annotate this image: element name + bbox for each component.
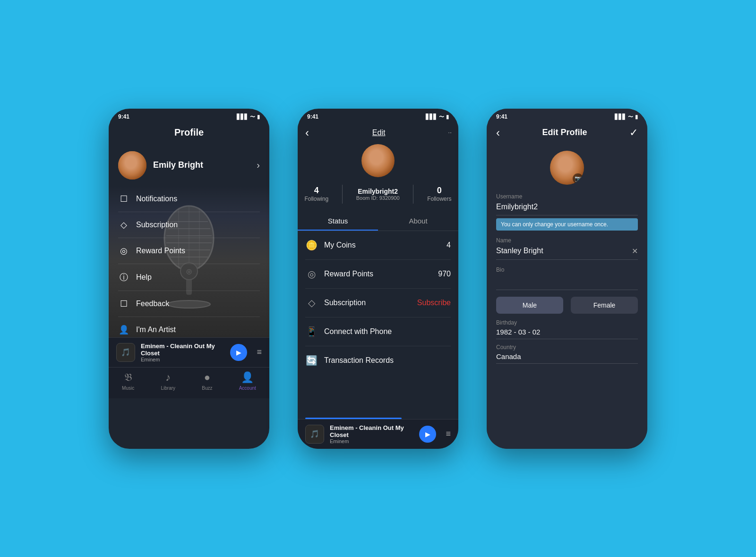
birthday-label: Birthday (496, 319, 638, 326)
coins-label: My Coins (324, 241, 440, 249)
gender-female[interactable]: Female (571, 297, 638, 314)
menu-item-artist[interactable]: 👤 I'm An Artist (118, 317, 260, 337)
transactions-icon: 🔄 (305, 355, 318, 366)
birthday-value[interactable]: 1982 - 03 - 02 (496, 328, 638, 339)
user-row[interactable]: Emily Bright › (109, 145, 269, 186)
gender-row: Male Female (496, 297, 638, 314)
menu-item-feedback[interactable]: ☐ Feedback (118, 291, 260, 317)
help-icon: ⓘ (118, 272, 129, 283)
menu-item-help[interactable]: ⓘ Help (118, 264, 260, 291)
list-item-phone[interactable]: 📱 Connect with Phone (305, 317, 451, 346)
p2-tabs: Status About (298, 212, 458, 231)
name-field: Name Stanley Bright ✕ (496, 237, 638, 260)
reward-value: 970 (438, 270, 451, 278)
reward-label: Reward Points (136, 247, 185, 255)
player-info-2: Eminem - Cleanin Out My Closet Eminem (330, 424, 413, 444)
list-item-coins[interactable]: 🪙 My Coins 4 (305, 231, 451, 260)
p3-body: 📷 Username Emilybright2 You can only cha… (487, 144, 647, 449)
bottom-nav-1: 𝔅 Music ♪ Library ● Buzz 👤 Account (109, 367, 269, 398)
tab-status[interactable]: Status (298, 212, 378, 231)
more-options-icon[interactable]: ⋮ (448, 131, 451, 134)
reward-icon-2: ◎ (305, 268, 318, 280)
status-icons-2: ▋▋▋ 〜 ▮ (426, 113, 449, 120)
notifications-label: Notifications (136, 195, 177, 203)
phone-icon: 📱 (305, 326, 318, 337)
battery-icon-2: ▮ (446, 114, 449, 120)
gender-male[interactable]: Male (496, 297, 563, 314)
play-button-2[interactable]: ▶ (419, 426, 436, 443)
queue-icon-2[interactable]: ≡ (446, 429, 451, 439)
library-label: Library (161, 386, 175, 391)
followers-label: Followers (427, 196, 451, 202)
signal-icon-3: ▋▋▋ (615, 114, 626, 120)
avatar-3[interactable]: 📷 (550, 151, 584, 185)
nav-music[interactable]: 𝔅 Music (122, 371, 134, 391)
time-2: 9:41 (307, 113, 318, 120)
player-artist-1: Eminem (141, 357, 224, 362)
mic-background: ◎ ☐ Notifications ◇ Subscription ◎ Rewar… (109, 186, 269, 337)
account-label: Account (239, 386, 256, 391)
player-title-1: Eminem - Cleanin Out My Closet (141, 343, 224, 357)
player-info-1: Eminem - Cleanin Out My Closet Eminem (141, 343, 224, 362)
battery-icon: ▮ (257, 114, 260, 120)
list-item-transactions[interactable]: 🔄 Transaction Records (305, 346, 451, 375)
chevron-right-icon: › (257, 160, 260, 171)
save-check-button[interactable]: ✓ (629, 127, 638, 139)
bio-value[interactable] (496, 276, 638, 290)
menu-item-subscription[interactable]: ◇ Subscription (118, 212, 260, 238)
wifi-icon: 〜 (250, 113, 255, 120)
nav-buzz[interactable]: ● Buzz (202, 371, 212, 391)
username-field-value[interactable]: Emilybright2 (496, 203, 638, 215)
following-label: Following (304, 196, 328, 202)
list-item-reward[interactable]: ◎ Reward Points 970 (305, 260, 451, 289)
music-label: Music (122, 386, 134, 391)
phone-1: 9:41 ▋▋▋ 〜 ▮ Profile Emily Bright › (109, 109, 269, 449)
library-icon: ♪ (165, 371, 171, 384)
album-art-1: 🎵 (116, 343, 135, 362)
subscription-label-2: Subscription (324, 299, 411, 307)
signal-icon: ▋▋▋ (237, 114, 248, 120)
boom-id-section: Emilybright2 Boom ID: 9320900 (356, 188, 400, 201)
battery-icon-3: ▮ (635, 114, 638, 120)
edit-button[interactable]: Edit (372, 129, 386, 137)
followers-stat: 0 Followers (427, 186, 451, 202)
player-bar-2: 🎵 Eminem - Cleanin Out My Closet Eminem … (298, 419, 458, 449)
nav-account[interactable]: 👤 Account (239, 371, 256, 391)
followers-count: 0 (427, 186, 451, 196)
username-1: Emily Bright (153, 160, 250, 170)
wifi-icon-2: 〜 (439, 113, 444, 120)
player-title-2: Eminem - Cleanin Out My Closet (330, 424, 413, 438)
play-button-1[interactable]: ▶ (230, 344, 247, 361)
signal-icon-2: ▋▋▋ (426, 114, 437, 120)
username-field-label: Username (496, 193, 638, 200)
boom-id: Boom ID: 9320900 (356, 195, 400, 201)
status-icons-1: ▋▋▋ 〜 ▮ (237, 113, 260, 120)
back-button-2[interactable]: ‹ (305, 126, 309, 139)
tab-about[interactable]: About (378, 212, 458, 231)
back-button-3[interactable]: ‹ (496, 126, 500, 139)
p2-profile-section: 4 Following Emilybright2 Boom ID: 932090… (298, 144, 458, 212)
player-artist-2: Eminem (330, 438, 413, 444)
following-count: 4 (304, 186, 328, 196)
menu-item-reward-points[interactable]: ◎ Reward Points (118, 238, 260, 264)
subscribe-button[interactable]: Subscribe (417, 299, 451, 307)
notifications-icon: ☐ (118, 194, 129, 204)
nav-library[interactable]: ♪ Library (161, 371, 175, 391)
p2-stats: 4 Following Emilybright2 Boom ID: 932090… (298, 181, 458, 207)
list-item-subscription[interactable]: ◇ Subscription Subscribe (305, 289, 451, 317)
menu-item-notifications[interactable]: ☐ Notifications (118, 186, 260, 212)
boom-username: Emilybright2 (356, 188, 400, 195)
queue-icon-1[interactable]: ≡ (257, 347, 262, 357)
username-field: Username Emilybright2 You can only chang… (496, 193, 638, 231)
name-value[interactable]: Stanley Bright (496, 247, 543, 255)
player-bar-1: 🎵 Eminem - Cleanin Out My Closet Eminem … (109, 337, 269, 367)
buzz-label: Buzz (202, 386, 212, 391)
divider-right (413, 185, 413, 204)
artist-icon: 👤 (118, 325, 129, 335)
divider-left (342, 185, 343, 204)
album-art-2: 🎵 (305, 425, 324, 444)
country-value[interactable]: Canada (496, 352, 638, 364)
clear-name-button[interactable]: ✕ (632, 247, 638, 256)
profile-header: Profile (109, 123, 269, 145)
avatar-wrap: 📷 (496, 144, 638, 193)
